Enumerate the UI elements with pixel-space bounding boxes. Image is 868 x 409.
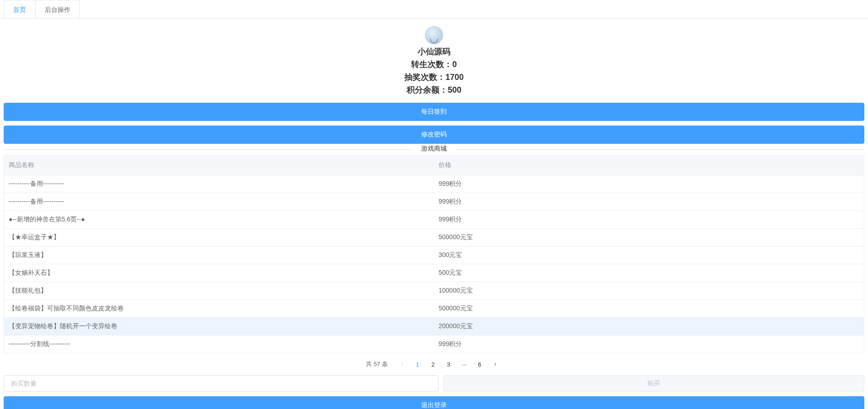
pagination-page-6[interactable]: 6 <box>473 358 487 371</box>
stat-lottery-value: 1700 <box>445 73 464 82</box>
table-row[interactable]: ●--新增的神兽在第5.6页--●999积分 <box>4 211 864 229</box>
cell-name: 【女娲补天石】 <box>4 264 434 282</box>
cell-price: 999积分 <box>434 211 864 229</box>
pagination-next[interactable] <box>488 358 502 371</box>
profile-block: 小仙源码 转生次数：0 抽奖次数：1700 积分余额：500 <box>4 22 864 103</box>
cell-price: 999积分 <box>434 193 864 211</box>
table-row[interactable]: 【女娲补天石】500元宝 <box>4 264 864 282</box>
cell-name: ----------分割线---------- <box>4 336 434 353</box>
stat-points: 积分余额：500 <box>4 84 864 95</box>
shop-table: 商品名称 价格 ----------备用----------999积分-----… <box>4 155 864 353</box>
table-row[interactable]: 【变异宠物绘卷】随机开一个变异绘卷200000元宝 <box>4 318 864 336</box>
table-row[interactable]: 【★幸运盒子★】500000元宝 <box>4 229 864 246</box>
table-row[interactable]: 【技能礼包】100000元宝 <box>4 282 864 300</box>
stat-rebirth: 转生次数：0 <box>4 59 864 70</box>
cell-name: 【琼浆玉液】 <box>4 246 434 264</box>
daily-checkin-button[interactable]: 每日签到 <box>4 103 864 121</box>
cell-price: 999积分 <box>434 175 864 193</box>
shop-title: 游戏商城 <box>412 145 456 153</box>
cell-name: 【★幸运盒子★】 <box>4 229 434 246</box>
pagination-page-3[interactable]: 3 <box>442 358 455 371</box>
tab-home[interactable]: 首页 <box>4 0 36 18</box>
chevron-left-icon <box>399 362 405 367</box>
cell-price: 500000元宝 <box>434 300 864 318</box>
cell-price: 300元宝 <box>434 246 864 264</box>
divider: 游戏商城 <box>4 149 864 150</box>
col-header-price: 价格 <box>434 156 864 175</box>
stat-points-value: 500 <box>448 85 461 94</box>
cell-price: 500元宝 <box>434 264 864 282</box>
pagination-page-2[interactable]: 2 <box>426 358 440 371</box>
buy-button[interactable]: 购买 <box>443 375 864 392</box>
stat-rebirth-label: 转生次数： <box>411 60 452 69</box>
table-row[interactable]: 【琼浆玉液】300元宝 <box>4 246 864 264</box>
chevron-right-icon <box>492 362 498 367</box>
tabs-bar: 首页 后台操作 <box>0 0 868 19</box>
table-row[interactable]: ----------备用----------999积分 <box>4 175 864 193</box>
cell-name: 【绘卷福袋】可抽取不同颜色皮皮龙绘卷 <box>4 300 434 318</box>
pagination-page-1[interactable]: 1 <box>411 358 424 371</box>
purchase-row: 购买 <box>4 375 864 392</box>
col-header-name: 商品名称 <box>4 156 434 175</box>
cell-price: 200000元宝 <box>434 318 864 336</box>
stat-rebirth-value: 0 <box>452 60 457 69</box>
pagination-prev[interactable] <box>395 358 409 371</box>
cell-price: 500000元宝 <box>434 229 864 246</box>
change-password-button[interactable]: 修改密码 <box>4 126 864 144</box>
stat-lottery: 抽奖次数：1700 <box>4 72 864 83</box>
pagination-ellipsis[interactable]: ··· <box>457 358 471 371</box>
table-row[interactable]: ----------分割线----------999积分 <box>4 336 864 353</box>
cell-price: 999积分 <box>434 336 864 353</box>
cell-name: ----------备用---------- <box>4 175 434 193</box>
stat-lottery-label: 抽奖次数： <box>404 73 445 82</box>
stat-points-label: 积分余额： <box>407 85 448 94</box>
cell-name: 【变异宠物绘卷】随机开一个变异绘卷 <box>4 318 434 336</box>
main-content: 小仙源码 转生次数：0 抽奖次数：1700 积分余额：500 每日签到 修改密码… <box>0 19 868 409</box>
table-row[interactable]: 【绘卷福袋】可抽取不同颜色皮皮龙绘卷500000元宝 <box>4 300 864 318</box>
tab-admin[interactable]: 后台操作 <box>35 0 80 18</box>
cell-name: ●--新增的神兽在第5.6页--● <box>4 211 434 229</box>
avatar <box>425 26 443 44</box>
cell-name: 【技能礼包】 <box>4 282 434 300</box>
table-row[interactable]: ----------备用----------999积分 <box>4 193 864 211</box>
logout-button[interactable]: 退出登录 <box>4 396 864 409</box>
quantity-input[interactable] <box>4 375 439 392</box>
cell-name: ----------备用---------- <box>4 193 434 211</box>
cell-price: 100000元宝 <box>434 282 864 300</box>
pagination: 共 57 条 1 2 3 ··· 6 <box>4 353 864 375</box>
profile-name: 小仙源码 <box>4 46 864 57</box>
pagination-total: 共 57 条 <box>366 360 388 368</box>
